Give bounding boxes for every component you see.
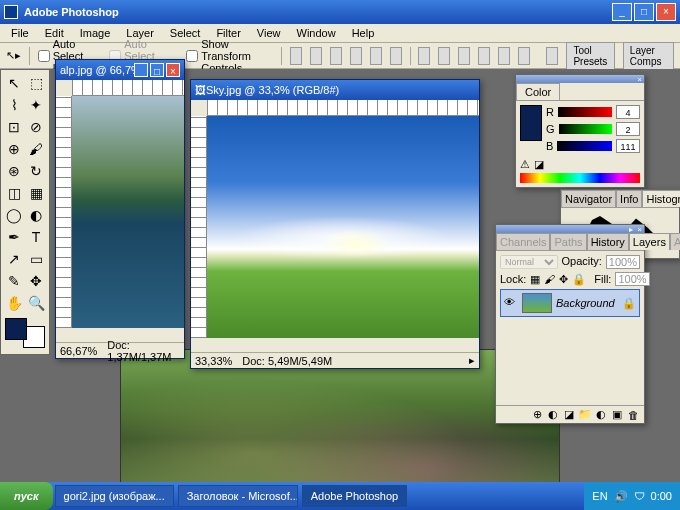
color-preview[interactable] — [520, 105, 542, 141]
taskbar-item[interactable]: Заголовок - Microsof... — [178, 485, 298, 507]
tray-icon[interactable]: 🔊 — [614, 490, 628, 503]
b-value[interactable]: 111 — [616, 139, 640, 153]
lock-position-icon[interactable]: ✥ — [559, 273, 568, 286]
layer-item[interactable]: 👁 Background 🔒 — [500, 289, 640, 317]
shape-tool[interactable]: ▭ — [25, 248, 47, 270]
canvas[interactable] — [207, 116, 479, 338]
menu-help[interactable]: Help — [345, 25, 382, 41]
wand-tool[interactable]: ✦ — [25, 94, 47, 116]
visibility-eye-icon[interactable]: 👁 — [504, 296, 518, 310]
foreground-color[interactable] — [5, 318, 27, 340]
history-brush-tool[interactable]: ↻ — [25, 160, 47, 182]
palette-close-icon[interactable]: × — [637, 75, 642, 84]
toolbox: ↖⬚ ⌇✦ ⊡⊘ ⊕🖌 ⊛↻ ◫▦ ◯◐ ✒T ↗▭ ✎✥ ✋🔍 — [0, 69, 50, 355]
heal-tool[interactable]: ⊕ — [3, 138, 25, 160]
menu-file[interactable]: File — [4, 25, 36, 41]
color-swatches[interactable] — [5, 318, 45, 348]
align-icon[interactable] — [370, 47, 382, 65]
brush-tool[interactable]: 🖌 — [25, 138, 47, 160]
taskbar-item-active[interactable]: Adobe Photoshop — [302, 485, 407, 507]
dodge-tool[interactable]: ◐ — [25, 204, 47, 226]
distribute-icon[interactable] — [438, 47, 450, 65]
align-icon[interactable] — [350, 47, 362, 65]
close-button[interactable]: × — [656, 3, 676, 21]
blend-mode-select[interactable]: Normal — [500, 255, 558, 269]
marquee-tool[interactable]: ⬚ — [25, 72, 47, 94]
doc-close-button[interactable]: × — [166, 63, 180, 77]
pen-tool[interactable]: ✒ — [3, 226, 25, 248]
align-icon[interactable] — [330, 47, 342, 65]
info-tab[interactable]: Info — [616, 190, 642, 207]
layers-tab[interactable]: Layers — [629, 233, 670, 250]
fill-value[interactable]: 100% — [615, 272, 649, 286]
maximize-button[interactable]: □ — [634, 3, 654, 21]
start-button[interactable]: пуск — [0, 482, 53, 510]
adjustment-icon[interactable]: ◐ — [594, 408, 608, 421]
layer-thumbnail[interactable] — [522, 293, 552, 313]
channels-tab[interactable]: Channels — [496, 233, 550, 250]
language-indicator[interactable]: EN — [592, 490, 607, 502]
actions-tab[interactable]: Actions — [670, 233, 680, 250]
mask-icon[interactable]: ◪ — [562, 408, 576, 421]
g-slider[interactable] — [559, 124, 612, 134]
r-value[interactable]: 4 — [616, 105, 640, 119]
scroll-arrow-icon[interactable]: ▸ — [469, 354, 475, 367]
opacity-label: Opacity: — [562, 255, 602, 269]
trash-icon[interactable]: 🗑 — [626, 409, 640, 421]
opacity-value[interactable]: 100% — [606, 255, 640, 269]
zoom-tool[interactable]: 🔍 — [25, 292, 47, 314]
zoom-level[interactable]: 33,33% — [195, 355, 232, 367]
eraser-tool[interactable]: ◫ — [3, 182, 25, 204]
distribute-icon[interactable] — [518, 47, 530, 65]
lock-pixels-icon[interactable]: 🖌 — [544, 273, 555, 285]
crop-tool[interactable]: ⊡ — [3, 116, 25, 138]
minimize-button[interactable]: _ — [612, 3, 632, 21]
distribute-icon[interactable] — [458, 47, 470, 65]
ruler-vertical — [56, 96, 72, 328]
history-tab[interactable]: History — [587, 233, 629, 250]
zoom-level[interactable]: 66,67% — [60, 345, 97, 357]
align-icon[interactable] — [310, 47, 322, 65]
type-tool[interactable]: T — [25, 226, 47, 248]
g-value[interactable]: 2 — [616, 122, 640, 136]
distribute-icon[interactable] — [418, 47, 430, 65]
lock-transparent-icon[interactable]: ▦ — [530, 273, 540, 286]
lock-all-icon[interactable]: 🔒 — [572, 273, 586, 286]
b-slider[interactable] — [557, 141, 612, 151]
taskbar-item[interactable]: gori2.jpg (изображ... — [55, 485, 174, 507]
doc-maximize-button[interactable]: □ — [150, 63, 164, 77]
lasso-tool[interactable]: ⌇ — [3, 94, 25, 116]
stamp-tool[interactable]: ⊛ — [3, 160, 25, 182]
distribute-icon[interactable] — [498, 47, 510, 65]
color-tab[interactable]: Color — [516, 83, 560, 100]
navigator-tab[interactable]: Navigator — [561, 190, 616, 207]
canvas[interactable] — [72, 96, 184, 328]
palette-well-icon[interactable] — [546, 47, 558, 65]
folder-icon[interactable]: 📁 — [578, 408, 592, 421]
path-tool[interactable]: ↗ — [3, 248, 25, 270]
eyedropper-tool[interactable]: ✥ — [25, 270, 47, 292]
hue-strip[interactable] — [520, 173, 640, 183]
tool-presets-tab[interactable]: Tool Presets — [566, 42, 614, 70]
hand-tool[interactable]: ✋ — [3, 292, 25, 314]
slice-tool[interactable]: ⊘ — [25, 116, 47, 138]
move-tool[interactable]: ↖ — [3, 72, 25, 94]
distribute-icon[interactable] — [478, 47, 490, 65]
layer-comps-tab[interactable]: Layer Comps — [623, 42, 674, 70]
notes-tool[interactable]: ✎ — [3, 270, 25, 292]
r-slider[interactable] — [558, 107, 612, 117]
histogram-tab[interactable]: Histogram — [642, 190, 680, 207]
align-icon[interactable] — [290, 47, 302, 65]
layer-name[interactable]: Background — [556, 297, 615, 309]
new-layer-icon[interactable]: ▣ — [610, 408, 624, 421]
paths-tab[interactable]: Paths — [550, 233, 586, 250]
clock[interactable]: 0:00 — [651, 490, 672, 502]
menu-window[interactable]: Window — [290, 25, 343, 41]
gradient-tool[interactable]: ▦ — [25, 182, 47, 204]
align-icon[interactable] — [390, 47, 402, 65]
link-icon[interactable]: ⊕ — [530, 408, 544, 421]
tray-icon[interactable]: 🛡 — [634, 490, 645, 502]
doc-minimize-button[interactable]: _ — [134, 63, 148, 77]
fx-icon[interactable]: ◐ — [546, 408, 560, 421]
blur-tool[interactable]: ◯ — [3, 204, 25, 226]
